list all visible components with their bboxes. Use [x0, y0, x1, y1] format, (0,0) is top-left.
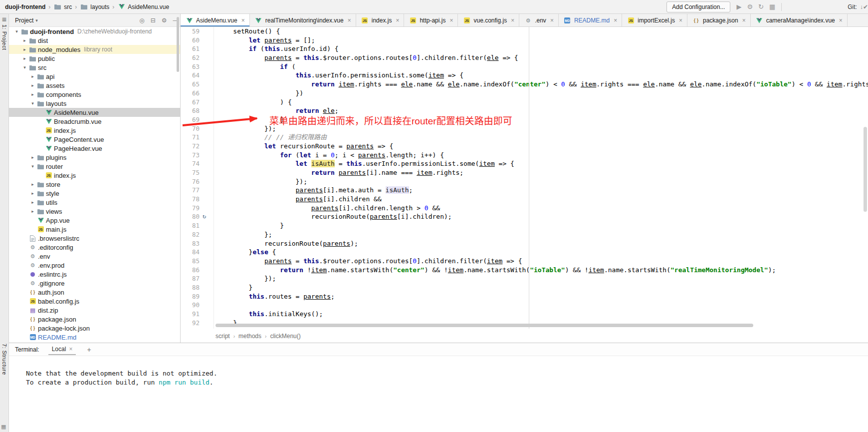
line-number[interactable]: 69	[181, 115, 203, 124]
project-panel-title[interactable]: Project	[15, 17, 33, 24]
debug-icon[interactable]: ⚙	[747, 3, 753, 10]
line-number[interactable]: 77	[181, 186, 203, 195]
tree-item[interactable]: { }package.json	[9, 315, 180, 324]
editor-tab[interactable]: JShttp-api.js×	[404, 14, 458, 27]
tree-item[interactable]: ▸views	[9, 207, 180, 216]
editor-tab[interactable]: JSvue.config.js×	[458, 14, 519, 27]
breadcrumb-item[interactable]: src	[53, 3, 72, 10]
tree-item[interactable]: ▸components	[9, 90, 180, 99]
tree-item[interactable]: AsideMenu.vue	[9, 108, 180, 117]
tree-item[interactable]: ⚙.editorconfig	[9, 243, 180, 252]
editor-tab[interactable]: JSimportExcel.js×	[622, 14, 687, 27]
chevron-collapsed-icon[interactable]: ▸	[21, 56, 28, 61]
line-number[interactable]: 70	[181, 124, 203, 133]
editor-tab[interactable]: AsideMenu.vue×	[181, 14, 250, 27]
stop-icon[interactable]: ▦	[769, 3, 775, 10]
tree-item[interactable]: MDREADME.md	[9, 333, 180, 342]
tree-item[interactable]: ▾router	[9, 162, 180, 171]
settings-icon[interactable]: ⚙	[162, 17, 167, 24]
tree-item[interactable]: ▤dist.zip	[9, 306, 180, 315]
chevron-collapsed-icon[interactable]: ▸	[21, 38, 28, 43]
line-number[interactable]: 74	[181, 159, 203, 168]
tree-item[interactable]: ▸dist	[9, 36, 180, 45]
tree-item[interactable]: ▸plugins	[9, 153, 180, 162]
editor-breadcrumb-item[interactable]: methods	[238, 333, 261, 340]
line-number[interactable]: 59	[181, 27, 203, 36]
tool-window-structure-button[interactable]: 7: Structure	[0, 344, 8, 375]
chevron-collapsed-icon[interactable]: ▸	[29, 74, 36, 79]
vertical-scrollbar[interactable]	[864, 127, 867, 212]
tab-close-icon[interactable]: ×	[241, 17, 245, 24]
tab-close-icon[interactable]: ×	[550, 17, 554, 24]
line-number[interactable]: 83	[181, 239, 203, 248]
tree-item[interactable]: ▸public	[9, 54, 180, 63]
line-number[interactable]: 68	[181, 106, 203, 115]
line-number[interactable]: 84	[181, 248, 203, 257]
tab-close-icon[interactable]: ×	[449, 17, 453, 24]
tree-item[interactable]: JSindex.js	[9, 171, 180, 180]
line-number[interactable]: 73	[181, 151, 203, 160]
tab-close-icon[interactable]: ×	[396, 17, 399, 24]
chevron-collapsed-icon[interactable]: ▸	[29, 200, 36, 205]
tab-close-icon[interactable]: ×	[614, 17, 617, 24]
tree-item[interactable]: ⚙.env.prod	[9, 261, 180, 270]
chevron-collapsed-icon[interactable]: ▸	[29, 92, 36, 97]
line-number[interactable]: 76	[181, 177, 203, 186]
line-number[interactable]: 60	[181, 36, 203, 45]
line-number[interactable]: 63	[181, 62, 203, 71]
line-number[interactable]: 79	[181, 204, 203, 213]
line-number[interactable]: 89	[181, 292, 203, 301]
terminal-output[interactable]: Note that the development build is not o…	[9, 356, 868, 387]
line-number[interactable]: 65	[181, 80, 203, 89]
editor-tab[interactable]: JSindex.js×	[356, 14, 405, 27]
tree-item[interactable]: ▸node_moduleslibrary root	[9, 45, 180, 54]
chevron-collapsed-icon[interactable]: ▸	[21, 47, 28, 52]
tree-item[interactable]: JSmain.js	[9, 225, 180, 234]
tool-window-switcher-icon[interactable]: ▦	[1, 424, 6, 430]
line-number[interactable]: 86	[181, 266, 203, 275]
editor-breadcrumb-item[interactable]: clickMenu()	[270, 333, 300, 340]
locate-icon[interactable]: ◎	[139, 17, 144, 24]
chevron-expanded-icon[interactable]: ▾	[13, 29, 20, 34]
tree-item[interactable]: App.vue	[9, 216, 180, 225]
tree-item[interactable]: JSbabel.config.js	[9, 297, 180, 306]
tab-close-icon[interactable]: ×	[839, 17, 843, 24]
tab-close-icon[interactable]: ×	[742, 17, 746, 24]
tree-item[interactable]: ▾layouts	[9, 99, 180, 108]
editor-tab[interactable]: { }package.json×	[687, 14, 751, 27]
chevron-collapsed-icon[interactable]: ▸	[29, 191, 36, 196]
line-number[interactable]: 78	[181, 195, 203, 204]
breadcrumb-item[interactable]: AsideMenu.vue	[117, 3, 169, 10]
tree-item[interactable]: ⚙.env	[9, 252, 180, 261]
editor-tab[interactable]: realTimeMonitoring\index.vue×	[250, 14, 356, 27]
chevron-expanded-icon[interactable]: ▾	[21, 65, 28, 70]
tree-item[interactable]: ⚙.gitignore	[9, 279, 180, 288]
line-number[interactable]: 92	[181, 319, 203, 328]
tree-item[interactable]: .eslintrc.js	[9, 270, 180, 279]
tree-item[interactable]: Breadcrumb.vue	[9, 117, 180, 126]
tree-item[interactable]: ▸api	[9, 72, 180, 81]
new-terminal-button[interactable]: +	[85, 346, 93, 354]
editor-tab[interactable]: cameraManage\index.vue×	[751, 14, 848, 27]
line-number[interactable]: 64	[181, 71, 203, 80]
chevron-collapsed-icon[interactable]: ▸	[29, 209, 36, 214]
line-number[interactable]: 85	[181, 257, 203, 266]
collapse-all-icon[interactable]: ⊟	[151, 17, 156, 24]
tree-item[interactable]: { }package-lock.json	[9, 324, 180, 333]
chevron-collapsed-icon[interactable]: ▸	[29, 155, 36, 160]
line-number[interactable]: 67	[181, 98, 203, 107]
line-number[interactable]: 61	[181, 44, 203, 53]
line-number[interactable]: 72	[181, 142, 203, 151]
line-number[interactable]: 81	[181, 221, 203, 230]
tab-close-icon[interactable]: ×	[511, 17, 514, 24]
editor-tab[interactable]: MDREADME.md×	[559, 14, 622, 27]
tree-item[interactable]: ▸store	[9, 180, 180, 189]
tree-item[interactable]: PageContent.vue	[9, 135, 180, 144]
terminal-tab-local[interactable]: Local ×	[48, 344, 76, 355]
line-number[interactable]: 71	[181, 133, 203, 142]
run-icon[interactable]: ▶	[736, 3, 741, 10]
code-editor[interactable]: 59 setRoute() {60 let parents = [];61 if…	[181, 27, 868, 329]
line-number[interactable]: 88	[181, 283, 203, 292]
breadcrumb-item[interactable]: layouts	[80, 3, 109, 10]
tree-item[interactable]: .browserslistrc	[9, 234, 180, 243]
